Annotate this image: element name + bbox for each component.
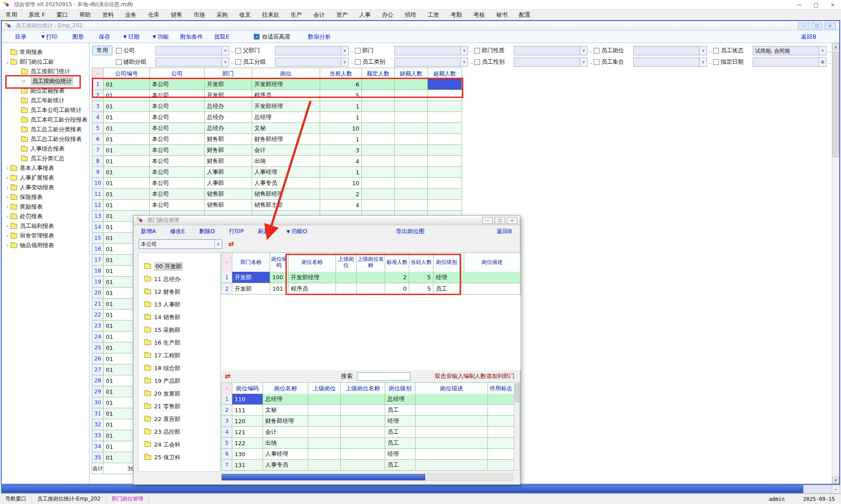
- grid-cell[interactable]: 本公司: [150, 123, 205, 134]
- grid-cell[interactable]: [395, 189, 428, 200]
- sidebar-item-奖励报表[interactable]: ›奖励报表: [2, 202, 89, 212]
- row-number[interactable]: 33: [92, 430, 104, 441]
- grid-cell[interactable]: [308, 460, 341, 471]
- grid-cell[interactable]: 121: [232, 427, 263, 438]
- column-header[interactable]: 公司编号: [104, 68, 150, 79]
- grid-cell[interactable]: [395, 200, 428, 211]
- row-number[interactable]: 9: [92, 167, 104, 178]
- row-number[interactable]: 4: [92, 112, 104, 123]
- chevron-down-icon[interactable]: ∨: [221, 58, 229, 66]
- grid-cell[interactable]: [357, 272, 385, 283]
- grid-cell[interactable]: 开发部: [232, 272, 270, 283]
- filter-checkbox-公司[interactable]: [116, 48, 122, 54]
- filter-checkbox-员工集合[interactable]: [594, 59, 599, 65]
- date-button[interactable]: 日期: [128, 33, 139, 41]
- grid-cell[interactable]: [464, 272, 520, 283]
- grid-cell[interactable]: 01: [104, 156, 150, 167]
- dialog-back-button[interactable]: 返回B: [497, 227, 512, 235]
- grid-cell[interactable]: 销售部经理: [252, 189, 320, 200]
- chevron-down-icon[interactable]: ∨: [699, 47, 707, 55]
- statusbar-dialog-tab[interactable]: 部门岗位管理: [106, 495, 149, 503]
- grid-cell[interactable]: [428, 112, 462, 123]
- grid-cell[interactable]: [415, 405, 488, 416]
- row-number[interactable]: 11: [92, 189, 104, 200]
- grid-cell[interactable]: 本公司: [150, 145, 205, 156]
- grid-cell[interactable]: 经理: [433, 272, 460, 283]
- column-header[interactable]: 当前人数: [409, 253, 433, 272]
- row-number[interactable]: 12: [92, 200, 104, 211]
- filter-select-公司[interactable]: ∨: [155, 46, 229, 55]
- company-select[interactable]: 本公司 ∨: [139, 239, 222, 249]
- chevron-right-icon[interactable]: ›: [4, 223, 11, 229]
- grid-cell[interactable]: 销售部: [205, 200, 252, 211]
- grid-cell[interactable]: 财务部经理: [263, 416, 308, 427]
- filter-select-员工岗位[interactable]: ∨: [633, 46, 707, 55]
- dialog-horizontal-scrollbar[interactable]: [221, 474, 513, 481]
- grid-cell[interactable]: [308, 438, 341, 449]
- filter-checkbox-部门[interactable]: [355, 48, 361, 54]
- grid-cell[interactable]: [428, 79, 462, 90]
- grid-cell[interactable]: 员工: [385, 460, 415, 471]
- sidebar-item-员工总工龄分类报表[interactable]: 员工总工龄分类报表: [2, 125, 89, 134]
- grid-cell[interactable]: [428, 200, 462, 211]
- filter-select-员工性别[interactable]: ∨: [514, 58, 588, 67]
- grid-cell[interactable]: [308, 449, 341, 460]
- grid-cell[interactable]: 总经办: [205, 112, 252, 123]
- row-number[interactable]: 26: [92, 353, 104, 364]
- grid-cell[interactable]: [308, 405, 341, 416]
- row-number[interactable]: 8: [92, 156, 104, 167]
- grid-cell[interactable]: 开发部: [232, 283, 270, 295]
- row-number[interactable]: 19: [92, 277, 104, 288]
- grid-cell[interactable]: 销售部主管: [252, 200, 320, 211]
- grid-cell[interactable]: 130: [232, 449, 263, 460]
- catalog-button[interactable]: 目录: [15, 33, 26, 41]
- column-header[interactable]: 缺额人数: [395, 68, 428, 79]
- chevron-down-icon[interactable]: ∨: [699, 58, 707, 66]
- grid-cell[interactable]: 人事经理: [252, 167, 320, 178]
- grid-cell[interactable]: 员工: [385, 438, 415, 449]
- row-number[interactable]: 1: [222, 394, 232, 405]
- chevron-down-icon[interactable]: ∨: [819, 47, 826, 55]
- grid-cell[interactable]: 文秘: [263, 405, 308, 416]
- row-number[interactable]: 35: [92, 452, 104, 463]
- sidebar-item-岗位定额报表[interactable]: 岗位定额报表: [2, 86, 89, 96]
- statusbar-nav-window[interactable]: 导航窗口: [0, 495, 32, 503]
- menu-item[interactable]: 帮助: [74, 10, 97, 20]
- grid-cell[interactable]: 经理: [385, 416, 415, 427]
- grid-cell[interactable]: 程序员: [252, 90, 320, 101]
- grid-cell[interactable]: 开发部经理: [252, 101, 320, 112]
- chevron-down-icon[interactable]: ∨: [580, 58, 587, 66]
- column-header[interactable]: 岗位级别: [385, 383, 415, 394]
- row-number[interactable]: 34: [92, 441, 104, 452]
- dept-tree-item-00 开发部[interactable]: 00 开发部: [138, 260, 220, 273]
- column-header[interactable]: 当前人数: [320, 68, 362, 79]
- sidebar-item-保险报表[interactable]: ›保险报表: [2, 192, 89, 202]
- dept-tree-item-19 产品部[interactable]: 19 产品部: [138, 374, 220, 387]
- grid-cell[interactable]: [308, 416, 341, 427]
- menu-item[interactable]: 办公: [376, 10, 399, 20]
- grid-cell[interactable]: [488, 405, 514, 416]
- row-number[interactable]: 6: [92, 134, 104, 145]
- grid-cell[interactable]: 101: [270, 283, 289, 295]
- grid-cell[interactable]: 本公司: [150, 134, 205, 145]
- grid-cell[interactable]: [362, 112, 395, 123]
- grid-cell[interactable]: 员工: [433, 283, 460, 295]
- grid-cell[interactable]: [341, 405, 385, 416]
- filter-select-员工集合[interactable]: ∨: [633, 58, 707, 67]
- chevron-down-icon[interactable]: ∨: [460, 47, 468, 55]
- menu-item[interactable]: 采购: [211, 10, 234, 20]
- swap-icon[interactable]: ⇄: [228, 240, 234, 248]
- grid-cell[interactable]: 01: [104, 200, 150, 211]
- scroll-up-icon[interactable]: ▲: [832, 43, 839, 50]
- column-header[interactable]: -: [222, 253, 232, 272]
- row-number[interactable]: 29: [92, 386, 104, 397]
- sidebar-item-宿舍管理报表[interactable]: ›宿舍管理报表: [2, 231, 89, 241]
- grid-cell[interactable]: [488, 460, 514, 471]
- grid-cell[interactable]: 1: [320, 167, 362, 178]
- grid-cell[interactable]: 开发部经理: [252, 79, 320, 90]
- grid-cell[interactable]: 3: [320, 145, 362, 156]
- scrollbar-thumb[interactable]: [222, 474, 425, 480]
- grid-cell[interactable]: 01: [104, 123, 150, 134]
- grid-cell[interactable]: [428, 189, 462, 200]
- data-analysis-button[interactable]: 数据分析: [308, 33, 331, 41]
